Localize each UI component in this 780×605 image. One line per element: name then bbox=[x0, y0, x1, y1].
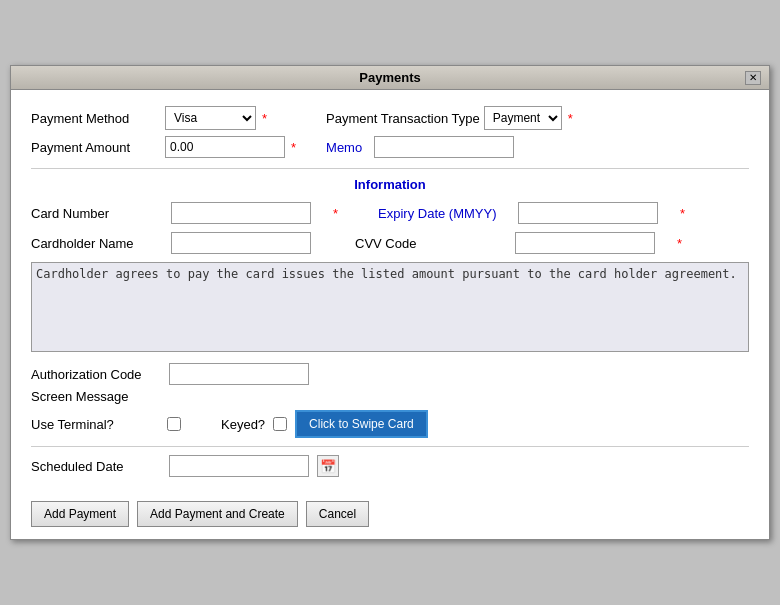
left-top: Payment Method Visa Mastercard Amex Disc… bbox=[31, 106, 296, 158]
expiry-date-input[interactable] bbox=[518, 202, 658, 224]
card-expiry-row: Card Number * Expiry Date (MMYY) * bbox=[31, 202, 749, 224]
screen-message-row: Screen Message bbox=[31, 389, 749, 404]
cvv-required: * bbox=[677, 236, 682, 251]
bottom-divider bbox=[31, 446, 749, 447]
payment-amount-required: * bbox=[291, 140, 296, 155]
transaction-type-select[interactable]: Payment Refund Void bbox=[484, 106, 562, 130]
name-cvv-row: Cardholder Name CVV Code * bbox=[31, 232, 749, 254]
title-bar: Payments ✕ bbox=[11, 66, 769, 90]
right-top: Payment Transaction Type Payment Refund … bbox=[326, 106, 573, 158]
payment-method-label: Payment Method bbox=[31, 111, 161, 126]
scheduled-date-label: Scheduled Date bbox=[31, 459, 161, 474]
keyed-group: Keyed? Click to Swipe Card bbox=[221, 410, 428, 438]
agreement-textarea[interactable]: Cardholder agrees to pay the card issues… bbox=[31, 262, 749, 352]
screen-message-label: Screen Message bbox=[31, 389, 161, 404]
transaction-type-required: * bbox=[568, 111, 573, 126]
payment-amount-input[interactable] bbox=[165, 136, 285, 158]
keyed-checkbox[interactable] bbox=[273, 417, 287, 431]
memo-label: Memo bbox=[326, 140, 362, 155]
scheduled-date-row: Scheduled Date 📅 bbox=[31, 455, 749, 477]
section-title: Information bbox=[31, 177, 749, 192]
cardholder-name-label: Cardholder Name bbox=[31, 236, 151, 251]
auth-code-label: Authorization Code bbox=[31, 367, 161, 382]
keyed-label: Keyed? bbox=[221, 417, 265, 432]
payments-window: Payments ✕ Payment Method Visa Mastercar… bbox=[10, 65, 770, 540]
close-button[interactable]: ✕ bbox=[745, 71, 761, 85]
form-content: Payment Method Visa Mastercard Amex Disc… bbox=[11, 90, 769, 539]
cvv-code-input[interactable] bbox=[515, 232, 655, 254]
payment-amount-row: Payment Amount * bbox=[31, 136, 296, 158]
swipe-card-button[interactable]: Click to Swipe Card bbox=[295, 410, 428, 438]
transaction-type-row: Payment Transaction Type Payment Refund … bbox=[326, 106, 573, 130]
top-divider bbox=[31, 168, 749, 169]
memo-input[interactable] bbox=[374, 136, 514, 158]
card-number-input[interactable] bbox=[171, 202, 311, 224]
card-number-required: * bbox=[333, 206, 338, 221]
payment-method-required: * bbox=[262, 111, 267, 126]
payment-method-select[interactable]: Visa Mastercard Amex Discover Cash Check bbox=[165, 106, 256, 130]
auth-code-input[interactable] bbox=[169, 363, 309, 385]
window-title: Payments bbox=[35, 70, 745, 85]
use-terminal-checkbox[interactable] bbox=[167, 417, 181, 431]
payment-amount-label: Payment Amount bbox=[31, 140, 161, 155]
cardholder-name-input[interactable] bbox=[171, 232, 311, 254]
add-payment-button[interactable]: Add Payment bbox=[31, 501, 129, 527]
use-terminal-group: Use Terminal? bbox=[31, 417, 181, 432]
use-terminal-label: Use Terminal? bbox=[31, 417, 161, 432]
cancel-button[interactable]: Cancel bbox=[306, 501, 369, 527]
calendar-icon[interactable]: 📅 bbox=[317, 455, 339, 477]
scheduled-date-input[interactable] bbox=[169, 455, 309, 477]
auth-code-row: Authorization Code bbox=[31, 363, 749, 385]
payment-method-row: Payment Method Visa Mastercard Amex Disc… bbox=[31, 106, 296, 130]
cvv-code-label: CVV Code bbox=[355, 236, 475, 251]
card-number-label: Card Number bbox=[31, 206, 151, 221]
memo-row: Memo bbox=[326, 136, 573, 158]
top-section: Payment Method Visa Mastercard Amex Disc… bbox=[31, 106, 749, 158]
expiry-required: * bbox=[680, 206, 685, 221]
add-payment-create-button[interactable]: Add Payment and Create bbox=[137, 501, 298, 527]
terminal-keyed-row: Use Terminal? Keyed? Click to Swipe Card bbox=[31, 410, 749, 438]
footer-buttons: Add Payment Add Payment and Create Cance… bbox=[31, 491, 749, 527]
transaction-type-label: Payment Transaction Type bbox=[326, 111, 480, 126]
expiry-date-label: Expiry Date (MMYY) bbox=[378, 206, 498, 221]
